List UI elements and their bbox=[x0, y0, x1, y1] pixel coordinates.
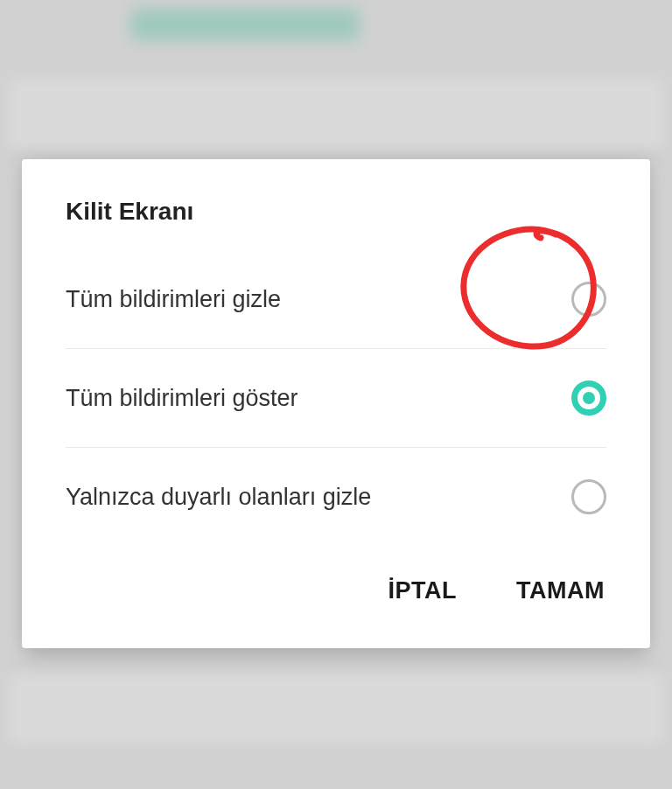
option-label: Tüm bildirimleri göster bbox=[66, 385, 298, 412]
option-hide-sensitive[interactable]: Yalnızca duyarlı olanları gizle bbox=[66, 448, 606, 546]
option-show-all[interactable]: Tüm bildirimleri göster bbox=[66, 349, 606, 448]
lock-screen-dialog: Kilit Ekranı Tüm bildirimleri gizle Tüm … bbox=[22, 159, 650, 648]
option-list: Tüm bildirimleri gizle Tüm bildirimleri … bbox=[22, 250, 650, 546]
confirm-button[interactable]: TAMAM bbox=[513, 572, 608, 610]
radio-checked-icon[interactable] bbox=[571, 381, 606, 415]
radio-unchecked-icon[interactable] bbox=[571, 282, 606, 317]
option-label: Tüm bildirimleri gizle bbox=[66, 286, 281, 313]
option-label: Yalnızca duyarlı olanları gizle bbox=[66, 484, 371, 511]
dialog-actions: İPTAL TAMAM bbox=[22, 546, 650, 648]
option-hide-all[interactable]: Tüm bildirimleri gizle bbox=[66, 250, 606, 349]
radio-unchecked-icon[interactable] bbox=[571, 479, 606, 514]
cancel-button[interactable]: İPTAL bbox=[385, 572, 461, 610]
dialog-title: Kilit Ekranı bbox=[22, 159, 650, 250]
